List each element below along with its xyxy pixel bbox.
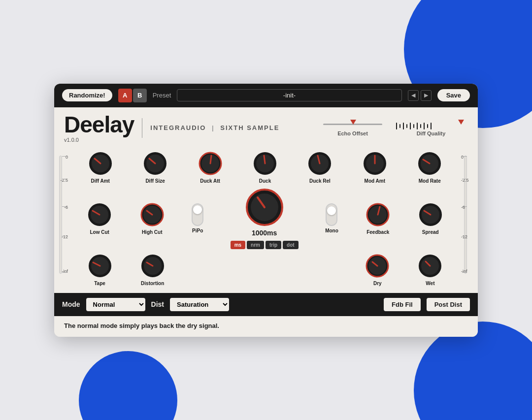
- pipo-label: PiPo: [192, 228, 203, 233]
- high-cut-knob[interactable]: [139, 202, 165, 227]
- knob-group-tape: Tape: [87, 253, 113, 286]
- header-area: Deelay v1.0.0 Integraudio | SIXTH SAMPLE…: [54, 107, 478, 146]
- mod-rate-label: Mod Rate: [419, 178, 441, 184]
- feedback-label: Feedback: [366, 229, 389, 235]
- description-bar: The normal mode simply plays back the dr…: [54, 316, 478, 337]
- knob-group-low-cut: Low Cut: [87, 202, 112, 235]
- knob-group-diff-size: Diff Size: [142, 151, 168, 184]
- diff-size-label: Diff Size: [145, 178, 165, 184]
- randomize-button[interactable]: Randomize!: [62, 89, 112, 101]
- delay-time-group: 1000ms ms nrm trip dot: [231, 188, 299, 249]
- row2: Low Cut High Cut PiPo: [75, 188, 455, 249]
- brand-section: Deelay v1.0.0: [64, 113, 134, 143]
- brand1: Integraudio: [150, 124, 206, 131]
- time-unit-dot[interactable]: dot: [283, 241, 299, 249]
- preset-label: Preset: [153, 92, 171, 99]
- dry-knob[interactable]: [365, 253, 390, 279]
- duck-att-knob[interactable]: [198, 151, 223, 176]
- vu-meter-right: 0 -2.5 -6 -12 -inf: [460, 146, 474, 293]
- svg-line-8: [210, 156, 211, 163]
- knob-group-high-cut: High Cut: [139, 202, 165, 235]
- header-sliders: Echo Offset: [323, 120, 468, 136]
- high-cut-label: High Cut: [142, 229, 163, 235]
- b-button[interactable]: B: [133, 89, 147, 102]
- diff-size-knob[interactable]: [142, 151, 168, 176]
- mod-amt-label: Mod Amt: [365, 178, 385, 184]
- delay-time-value: 1000ms: [252, 229, 277, 237]
- pipo-toggle[interactable]: [192, 203, 203, 226]
- diff-amt-knob[interactable]: [88, 151, 113, 176]
- mono-thumb: [327, 206, 336, 215]
- knob-group-dry: Dry: [365, 253, 390, 286]
- mod-rate-knob[interactable]: [417, 151, 442, 176]
- knobs-area: Diff Amt Diff Size: [70, 146, 460, 293]
- vu-right-mark-6: -6: [461, 205, 465, 210]
- tape-label: Tape: [94, 281, 105, 286]
- vu-mark-inf: -inf: [62, 269, 68, 274]
- duck-label: Duck: [259, 178, 271, 184]
- knob-group-duck-rel: Duck Rel: [307, 151, 332, 184]
- mode-select[interactable]: Normal: [86, 298, 145, 311]
- vu-right-mark-12: -12: [461, 234, 467, 239]
- knob-group-wet: Wet: [417, 253, 443, 286]
- preset-prev-button[interactable]: ◀: [408, 90, 419, 101]
- mode-label: Mode: [62, 300, 80, 308]
- knob-group-mod-amt: Mod Amt: [362, 151, 388, 184]
- preset-next-button[interactable]: ▶: [421, 90, 432, 101]
- save-button[interactable]: Save: [437, 89, 470, 101]
- knob-group-spread: Spread: [418, 202, 443, 235]
- knob-group-duck: Duck: [252, 151, 278, 184]
- time-unit-trip[interactable]: trip: [266, 241, 281, 249]
- plugin-version: v1.0.0: [64, 137, 134, 143]
- background-blob-bottom-left: [79, 351, 177, 420]
- brand2: SIXTH SAMPLE: [220, 124, 279, 131]
- delay-time-knob[interactable]: [245, 188, 284, 227]
- plugin-card: Randomize! A B Preset -init- ◀ ▶ Save De…: [54, 84, 478, 337]
- knob-group-mod-rate: Mod Rate: [417, 151, 442, 184]
- distortion-label: Distortion: [141, 281, 164, 286]
- duck-knob[interactable]: [252, 151, 278, 176]
- mono-group: Mono: [325, 203, 338, 233]
- mod-amt-knob[interactable]: [362, 151, 388, 176]
- wet-label: Wet: [426, 281, 434, 286]
- time-unit-nrm[interactable]: nrm: [247, 241, 264, 249]
- time-units: ms nrm trip dot: [231, 241, 299, 249]
- vu-meter-left: 0 -2.5 -6 -12 -inf: [54, 146, 70, 293]
- a-button[interactable]: A: [118, 89, 132, 102]
- echo-offset-group: Echo Offset: [323, 120, 382, 136]
- ab-group: A B: [118, 89, 147, 102]
- vu-mark-12: -12: [62, 234, 68, 239]
- preset-nav: ◀ ▶: [408, 90, 432, 101]
- knob-group-diff-amt: Diff Amt: [88, 151, 113, 184]
- row1-knobs: Diff Amt Diff Size: [75, 151, 455, 184]
- wet-knob[interactable]: [417, 253, 443, 279]
- plugin-name: Deelay: [64, 113, 134, 136]
- low-cut-knob[interactable]: [87, 202, 112, 227]
- preset-value: -init-: [177, 89, 401, 101]
- dist-select[interactable]: Saturation: [170, 298, 229, 311]
- post-dist-button[interactable]: Post Dist: [427, 298, 470, 311]
- feedback-knob[interactable]: [365, 202, 391, 227]
- brand-divider: [142, 118, 142, 138]
- main-controls: 0 -2.5 -6 -12 -inf: [54, 146, 478, 293]
- diff-amt-label: Diff Amt: [91, 178, 110, 184]
- dry-label: Dry: [373, 281, 382, 286]
- mono-label: Mono: [325, 228, 338, 233]
- pipo-group: PiPo: [192, 203, 203, 233]
- spread-knob[interactable]: [418, 202, 443, 227]
- distortion-knob[interactable]: [140, 253, 166, 279]
- fdb-fil-button[interactable]: Fdb Fil: [384, 298, 421, 311]
- brand-separator: |: [212, 124, 215, 131]
- tape-knob[interactable]: [87, 253, 113, 279]
- pipo-thumb: [193, 205, 202, 214]
- description-text: The normal mode simply plays back the dr…: [64, 322, 219, 329]
- echo-offset-label: Echo Offset: [337, 130, 368, 136]
- vu-mark-0: 0: [66, 155, 68, 160]
- svg-line-11: [264, 156, 265, 163]
- duck-rel-knob[interactable]: [307, 151, 332, 176]
- time-unit-ms[interactable]: ms: [231, 241, 245, 249]
- mono-toggle[interactable]: [326, 203, 337, 226]
- diff-quality-label: Diff Quality: [417, 130, 446, 136]
- vu-mark-6: -6: [64, 205, 68, 210]
- vu-right-mark-0: 0: [461, 155, 464, 160]
